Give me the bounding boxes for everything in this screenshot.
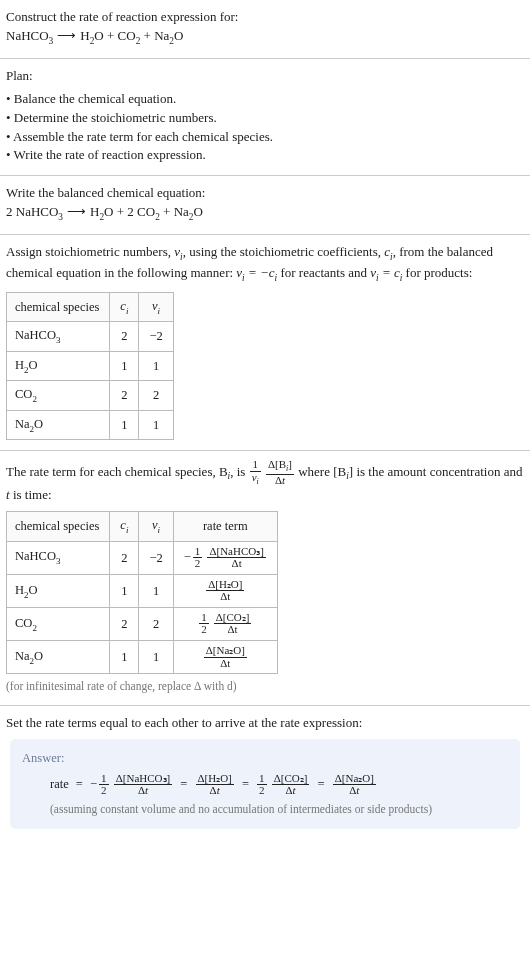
cell-c: 1 — [110, 410, 139, 440]
plan-section: Plan: Balance the chemical equation. Det… — [0, 59, 530, 176]
rule-reactants: νi = −ci — [236, 265, 277, 280]
text: Assign stoichiometric numbers, — [6, 244, 174, 259]
table-row: Na2O 1 1 Δ[Na₂O]Δt — [7, 640, 278, 673]
table-row: H2O 1 1 — [7, 351, 174, 381]
plan-item: Determine the stoichiometric numbers. — [6, 109, 524, 128]
cell-species: NaHCO3 — [7, 322, 110, 352]
table-row: NaHCO3 2 −2 — [7, 322, 174, 352]
table-row: NaHCO3 2 −2 −12 Δ[NaHCO₃]Δt — [7, 541, 278, 574]
col-c: ci — [110, 292, 139, 322]
plan-item: Assemble the rate term for each chemical… — [6, 128, 524, 147]
text: , using the stoichiometric coefficients, — [183, 244, 385, 259]
col-species: chemical species — [7, 292, 110, 322]
stoich-intro: Assign stoichiometric numbers, νi, using… — [6, 243, 524, 285]
stoich-section: Assign stoichiometric numbers, νi, using… — [0, 235, 530, 451]
cell-species: CO2 — [7, 381, 110, 411]
text: , is — [230, 464, 248, 479]
cell-c: 2 — [110, 322, 139, 352]
text: The rate term for each chemical species,… — [6, 464, 228, 479]
col-nu: νi — [139, 292, 173, 322]
balanced-heading: Write the balanced chemical equation: — [6, 184, 524, 203]
coef-frac: 1νi — [249, 459, 262, 486]
cell-species: H2O — [7, 351, 110, 381]
rate-word: rate — [50, 777, 69, 791]
col-species: chemical species — [7, 512, 110, 542]
col-c: ci — [110, 512, 139, 542]
plan-heading: Plan: — [6, 67, 524, 86]
rule-products: νi = ci — [370, 265, 402, 280]
table-row: CO2 2 2 — [7, 381, 174, 411]
answer-note: (assuming constant volume and no accumul… — [22, 801, 508, 818]
cell-species: Na2O — [7, 640, 110, 673]
cell-species: Na2O — [7, 410, 110, 440]
balanced-equation: 2 NaHCO3⟶H2O + 2 CO2 + Na2O — [6, 203, 524, 224]
text: is time: — [10, 487, 52, 502]
balanced-section: Write the balanced chemical equation: 2 … — [0, 176, 530, 235]
cell-rate: Δ[H₂O]Δt — [173, 574, 277, 607]
text: ] is the amount concentration and — [349, 464, 523, 479]
cell-species: H2O — [7, 574, 110, 607]
cell-c: 2 — [110, 541, 139, 574]
cell-nu: −2 — [139, 541, 173, 574]
rateterm-note: (for infinitesimal rate of change, repla… — [6, 678, 524, 695]
rateterm-intro: The rate term for each chemical species,… — [6, 459, 524, 505]
prompt-section: Construct the rate of reaction expressio… — [0, 0, 530, 59]
unbalanced-equation: NaHCO3⟶H2O + CO2 + Na2O — [6, 27, 524, 48]
table-row: Na2O 1 1 — [7, 410, 174, 440]
cell-rate: 12 Δ[CO₂]Δt — [173, 607, 277, 640]
cell-c: 1 — [110, 640, 139, 673]
table-header-row: chemical species ci νi rate term — [7, 512, 278, 542]
cell-nu: 2 — [139, 381, 173, 411]
answer-label: Answer: — [22, 749, 508, 767]
delta-frac: Δ[Bi]Δt — [265, 459, 295, 486]
c-symbol: ci — [384, 244, 392, 259]
cell-species: CO2 — [7, 607, 110, 640]
plan-list: Balance the chemical equation. Determine… — [6, 90, 524, 165]
cell-rate: Δ[Na₂O]Δt — [173, 640, 277, 673]
rate-expression: rate = −12 Δ[NaHCO₃]Δt = Δ[H₂O]Δt = 12 Δ… — [22, 773, 508, 797]
cell-nu: 1 — [139, 410, 173, 440]
cell-c: 2 — [110, 607, 139, 640]
cell-nu: 1 — [139, 640, 173, 673]
cell-c: 1 — [110, 574, 139, 607]
col-rate: rate term — [173, 512, 277, 542]
cell-nu: 1 — [139, 574, 173, 607]
cell-nu: −2 — [139, 322, 173, 352]
rateterm-table: chemical species ci νi rate term NaHCO3 … — [6, 511, 278, 674]
cell-species: NaHCO3 — [7, 541, 110, 574]
table-row: H2O 1 1 Δ[H₂O]Δt — [7, 574, 278, 607]
text: for products: — [402, 265, 472, 280]
table-row: CO2 2 2 12 Δ[CO₂]Δt — [7, 607, 278, 640]
plan-item: Write the rate of reaction expression. — [6, 146, 524, 165]
answer-box: Answer: rate = −12 Δ[NaHCO₃]Δt = Δ[H₂O]Δ… — [10, 739, 520, 830]
table-header-row: chemical species ci νi — [7, 292, 174, 322]
nu-symbol: νi — [174, 244, 182, 259]
rateterm-section: The rate term for each chemical species,… — [0, 451, 530, 705]
stoich-table: chemical species ci νi NaHCO3 2 −2 H2O 1… — [6, 292, 174, 441]
col-nu: νi — [139, 512, 173, 542]
text: where [B — [298, 464, 346, 479]
cell-rate: −12 Δ[NaHCO₃]Δt — [173, 541, 277, 574]
final-section: Set the rate terms equal to each other t… — [0, 706, 530, 848]
cell-c: 1 — [110, 351, 139, 381]
final-heading: Set the rate terms equal to each other t… — [6, 714, 524, 733]
text: for reactants and — [277, 265, 370, 280]
plan-item: Balance the chemical equation. — [6, 90, 524, 109]
cell-nu: 1 — [139, 351, 173, 381]
cell-c: 2 — [110, 381, 139, 411]
prompt-directive: Construct the rate of reaction expressio… — [6, 8, 524, 27]
cell-nu: 2 — [139, 607, 173, 640]
